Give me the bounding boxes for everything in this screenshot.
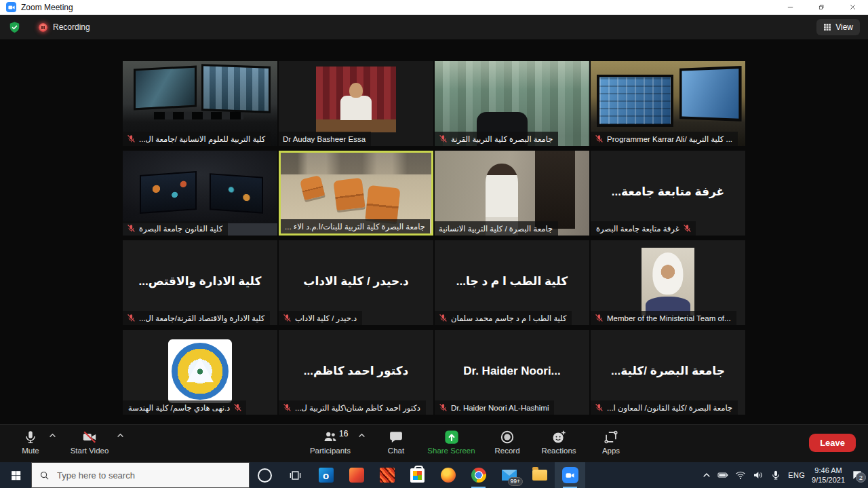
participants-button[interactable]: 16 Participants	[305, 429, 355, 455]
participant-name: د.حيدر / كلية الاداب	[295, 314, 357, 323]
gallery-grid: كلية التربية للعلوم الانسانية /جامعة ال.…	[123, 61, 745, 415]
taskbar-item-file-explorer[interactable]	[524, 462, 555, 488]
minimize-button[interactable]	[774, 0, 806, 14]
apps-button[interactable]: Apps	[594, 429, 628, 455]
start-video-label: Start Video	[71, 447, 109, 455]
view-button[interactable]: View	[816, 19, 860, 35]
participant-name-tag: جامعة البصرة / كلية التربية الانسانية	[435, 221, 558, 236]
mute-options-chevron[interactable]	[49, 433, 56, 438]
taskbar-search[interactable]	[31, 462, 250, 488]
recording-label: Recording	[53, 22, 90, 32]
participant-name: Member of the Ministerial Team of...	[607, 314, 731, 322]
video-decor	[154, 112, 243, 119]
restore-button[interactable]	[806, 0, 837, 14]
cortana-icon	[258, 468, 272, 483]
video-tile[interactable]: جامعة البصرة /كلية... جامعة البصرة /كلية…	[591, 330, 745, 415]
video-tile[interactable]: دكتور احمد كاظم... دكتور احمد كاظم شنان\…	[279, 330, 433, 415]
close-button[interactable]	[837, 0, 868, 14]
apps-label: Apps	[602, 447, 620, 455]
battery-icon[interactable]	[717, 470, 728, 481]
video-tile[interactable]: جامعة البصرة / كلية التربية الانسانية	[435, 151, 589, 236]
participant-name-tag: كلية الادارة والاقتصاد القرنة/جامعة ال..…	[123, 311, 270, 325]
window-title: Zoom Meeting	[21, 3, 73, 12]
tray-microphone-icon[interactable]	[770, 470, 781, 481]
video-decor	[316, 67, 396, 132]
leave-button[interactable]: Leave	[809, 434, 856, 452]
participant-name: دكتور احمد كاظم شنان\كلية التربية ل...	[295, 403, 420, 413]
video-tile[interactable]: Programmer Karrar Ali/ كلية التربية ...	[591, 61, 745, 146]
video-options-chevron[interactable]	[117, 433, 124, 438]
apps-icon	[604, 430, 618, 445]
participants-options-chevron[interactable]	[358, 433, 366, 438]
taskbar-item-firefox[interactable]	[433, 462, 463, 488]
security-shield-icon[interactable]	[8, 21, 21, 34]
outlook-icon	[319, 468, 334, 483]
video-tile[interactable]: Dr. Haider Noori... Dr. Haider Noori AL-…	[435, 330, 589, 415]
video-tile[interactable]: كلية الطب ا م د جا... كلية الطب ا م د جا…	[435, 240, 589, 325]
display-name-text: غرفة متابعة جامعة...	[612, 185, 724, 199]
participants-label: Participants	[310, 447, 351, 455]
share-screen-label: Share Screen	[427, 447, 475, 455]
video-tile[interactable]: جامعة البصرة كلية التربية القرنة	[435, 61, 589, 146]
clock-date: 9/15/2021	[812, 475, 845, 485]
mute-button[interactable]: Mute	[14, 429, 47, 455]
video-tile-active-speaker[interactable]: جامعة البصرة كلية التربية للبنات/ا.م.د ا…	[279, 151, 433, 236]
search-input[interactable]	[56, 470, 241, 481]
taskbar-item-photos[interactable]	[372, 462, 402, 488]
taskbar-item-mail[interactable]: 99+	[494, 462, 524, 488]
video-tile[interactable]: كلية التربية للعلوم الانسانية /جامعة ال.…	[123, 61, 277, 146]
chat-label: Chat	[388, 447, 404, 455]
record-button[interactable]: Record	[486, 429, 529, 455]
video-decor	[365, 185, 400, 223]
tray-overflow-chevron[interactable]	[703, 472, 711, 478]
video-tile[interactable]: Member of the Ministerial Team of...	[591, 240, 745, 325]
recording-indicator[interactable]: Recording	[39, 22, 90, 32]
language-indicator[interactable]: ENG	[788, 471, 805, 479]
video-decor	[300, 174, 326, 200]
taskbar-item-chrome[interactable]	[463, 462, 494, 488]
display-name-text: د.حيدر / كلية الاداب	[303, 274, 408, 288]
participant-name-tag: Member of the Ministerial Team of...	[591, 311, 736, 325]
taskbar-item-office[interactable]	[341, 462, 372, 488]
zoom-taskbar-icon	[562, 467, 578, 483]
video-tile[interactable]: كلية الادارة والاقتص... كلية الادارة وال…	[123, 240, 277, 325]
video-tile[interactable]: كلية القانون جامعة البصرة	[123, 151, 277, 236]
reactions-button[interactable]: Reactions	[534, 429, 583, 455]
mail-badge: 99+	[508, 477, 523, 486]
video-tile[interactable]: د.حيدر / كلية الاداب د.حيدر / كلية الادا…	[279, 240, 433, 325]
taskbar-item-outlook[interactable]	[311, 462, 341, 488]
taskbar-clock[interactable]: 9:46 AM 9/15/2021	[812, 466, 845, 485]
participant-name-tag: جامعة البصرة كلية التربية للبنات/ا.م.د ا…	[281, 219, 430, 233]
volume-icon[interactable]	[753, 470, 764, 481]
reactions-icon	[551, 430, 566, 445]
participant-name: غرفة متابعة جامعة البصرة	[596, 224, 679, 233]
video-tile[interactable]: غرفة متابعة جامعة... غرفة متابعة جامعة ا…	[591, 151, 745, 236]
muted-mic-icon	[439, 134, 448, 143]
participant-name: كلية الطب ا م د جاسم محمد سلمان	[451, 314, 566, 323]
muted-mic-icon	[283, 314, 292, 322]
participant-name: كلية التربية للعلوم الانسانية /جامعة ال.…	[139, 134, 265, 144]
video-tile[interactable]: Dr Auday Basheer Essa	[279, 61, 433, 146]
participant-name-tag: د.حيدر / كلية الاداب	[279, 311, 362, 325]
taskbar-item-store[interactable]	[402, 462, 433, 488]
participant-name-tag: دكتور احمد كاظم شنان\كلية التربية ل...	[279, 400, 426, 415]
chat-button[interactable]: Chat	[380, 429, 412, 455]
participant-name: كلية القانون جامعة البصرة	[139, 224, 222, 233]
start-button[interactable]	[0, 462, 31, 488]
share-screen-button[interactable]: Share Screen	[419, 429, 484, 455]
participant-name: د.نهى هادي جاسم/ كلية الهندسة	[128, 403, 230, 413]
participant-name-tag: كلية التربية للعلوم الانسانية /جامعة ال.…	[123, 132, 271, 146]
cortana-button[interactable]	[250, 462, 280, 488]
task-view-button[interactable]	[280, 462, 311, 488]
notification-center-button[interactable]: 2	[852, 470, 863, 481]
notification-badge: 2	[856, 472, 866, 483]
participant-name: جامعة البصرة / كلية التربية الانسانية	[439, 224, 553, 233]
video-tile[interactable]: د.نهى هادي جاسم/ كلية الهندسة	[123, 330, 277, 415]
windows-taskbar: 99+ ENG 9:46 AM 9/15/2021 2	[0, 462, 868, 488]
wifi-icon[interactable]	[735, 470, 746, 481]
start-video-button[interactable]: Start Video	[65, 429, 114, 455]
meeting-toolbar: Mute Start Video 16 Participants Chat Sh…	[0, 424, 868, 462]
taskbar-item-zoom[interactable]	[555, 462, 585, 488]
microsoft-store-icon	[410, 468, 425, 483]
system-tray: ENG 9:46 AM 9/15/2021 2	[703, 466, 868, 485]
